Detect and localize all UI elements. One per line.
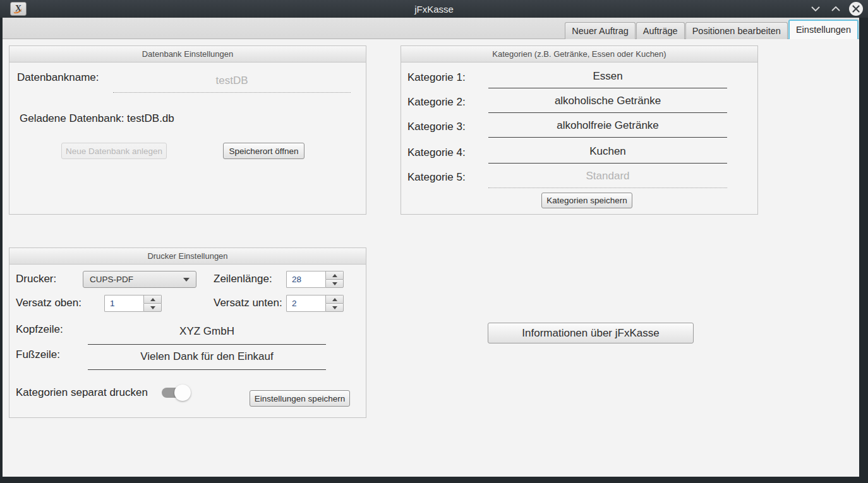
arrow-down-icon	[332, 306, 337, 309]
database-settings-panel-title[interactable]: Datenbank Einstellungen	[9, 46, 366, 63]
settings-tab-content: Datenbank Einstellungen Datenbankname: t…	[3, 39, 859, 476]
window-controls	[809, 0, 863, 18]
category-2-label: Kategorie 2:	[407, 96, 466, 109]
line-length-decrement-button[interactable]	[325, 279, 344, 288]
desktop-background: X jFxKasse Neuer Auftrag Aufträge Positi…	[0, 0, 868, 483]
offset-top-decrement-button[interactable]	[143, 303, 162, 312]
category-5-label: Kategorie 5:	[407, 171, 466, 184]
offset-top-increment-button[interactable]	[143, 295, 162, 303]
arrow-up-icon	[150, 298, 155, 301]
line-length-input[interactable]: 28	[286, 271, 325, 288]
tab-auftraege[interactable]: Aufträge	[636, 22, 685, 39]
categories-panel-body: Kategorie 1: Essen Kategorie 2: alkoholi…	[401, 63, 757, 214]
category-3-label: Kategorie 3:	[407, 121, 466, 133]
printer-selected-value: CUPS-PDF	[90, 275, 133, 284]
offset-bottom-input[interactable]: 2	[286, 295, 325, 312]
categories-panel: Kategorien (z.B. Getränke, Essen oder Ku…	[401, 45, 758, 215]
receipt-header-input[interactable]: XYZ GmbH	[88, 321, 326, 345]
printer-select[interactable]: CUPS-PDF	[83, 271, 196, 288]
offset-bottom-spinner: 2	[286, 295, 344, 312]
chevron-down-icon	[811, 6, 820, 11]
receipt-footer-label: Fußzeile:	[16, 349, 60, 361]
tab-einstellungen[interactable]: Einstellungen	[788, 20, 859, 39]
receipt-footer-input[interactable]: Vielen Dank für den Einkauf	[88, 346, 326, 370]
printer-settings-panel: Drucker Einstellungen Drucker: CUPS-PDF …	[9, 247, 366, 418]
database-settings-panel-body: Datenbankname: testDB Geladene Datenbank…	[9, 63, 366, 214]
offset-bottom-label: Versatz unten:	[214, 297, 282, 309]
print-categories-separately-label: Kategorien separat drucken	[16, 386, 148, 399]
arrow-up-icon	[332, 298, 337, 301]
category-5-input[interactable]: Standard	[488, 167, 727, 188]
tab-neuer-auftrag[interactable]: Neuer Auftrag	[565, 22, 635, 39]
category-1-label: Kategorie 1:	[407, 71, 466, 84]
minimize-button[interactable]	[809, 2, 823, 16]
close-icon	[852, 5, 860, 13]
open-storage-location-button[interactable]: Speicherort öffnen	[223, 143, 304, 159]
database-name-label: Datenbankname:	[17, 71, 99, 84]
chevron-up-icon	[831, 6, 840, 11]
receipt-header-label: Kopfzeile:	[16, 323, 63, 336]
database-settings-panel: Datenbank Einstellungen Datenbankname: t…	[9, 45, 366, 215]
arrow-up-icon	[332, 274, 337, 277]
tab-bar: Neuer Auftrag Aufträge Positionen bearbe…	[3, 18, 859, 39]
offset-top-label: Versatz oben:	[16, 297, 81, 309]
maximize-button[interactable]	[829, 2, 843, 16]
line-length-increment-button[interactable]	[325, 271, 344, 279]
save-categories-button[interactable]: Kategorien speichern	[541, 193, 632, 208]
about-jfxkasse-button[interactable]: Informationen über jFxKasse	[488, 323, 694, 343]
offset-top-input[interactable]: 1	[104, 295, 143, 312]
categories-panel-title[interactable]: Kategorien (z.B. Getränke, Essen oder Ku…	[401, 46, 757, 63]
category-2-input[interactable]: alkoholische Getränke	[488, 92, 727, 113]
line-length-label: Zeilenlänge:	[214, 273, 272, 285]
printer-settings-panel-body: Drucker: CUPS-PDF Zeilenlänge: 28 Versat…	[9, 265, 366, 417]
category-4-input[interactable]: Kuchen	[488, 142, 727, 164]
database-name-input[interactable]: testDB	[113, 71, 351, 93]
print-categories-separately-toggle[interactable]	[162, 385, 191, 401]
printer-label: Drucker:	[16, 273, 56, 285]
offset-top-spinner: 1	[104, 295, 162, 312]
save-settings-button[interactable]: Einstellungen speichern	[250, 390, 350, 407]
offset-bottom-increment-button[interactable]	[325, 295, 344, 303]
tab-positionen-bearbeiten[interactable]: Positionen bearbeiten	[685, 22, 788, 39]
line-length-spinner: 28	[286, 271, 344, 288]
window-body: Neuer Auftrag Aufträge Positionen bearbe…	[3, 18, 859, 477]
arrow-down-icon	[150, 306, 155, 309]
offset-bottom-decrement-button[interactable]	[325, 303, 344, 312]
category-1-input[interactable]: Essen	[488, 67, 727, 88]
window-title: jFxKasse	[0, 4, 868, 15]
close-button[interactable]	[849, 2, 863, 16]
arrow-down-icon	[332, 282, 337, 285]
category-3-input[interactable]: alkoholfreie Getränke	[488, 116, 727, 138]
chevron-down-icon	[183, 278, 190, 282]
category-4-label: Kategorie 4:	[407, 146, 466, 159]
loaded-database-text: Geladene Datenbank: testDB.db	[20, 112, 174, 125]
toggle-knob	[174, 385, 191, 401]
new-database-button[interactable]: Neue Datenbank anlegen	[61, 143, 167, 159]
titlebar: X jFxKasse	[0, 0, 868, 18]
printer-settings-panel-title[interactable]: Drucker Einstellungen	[9, 248, 366, 265]
